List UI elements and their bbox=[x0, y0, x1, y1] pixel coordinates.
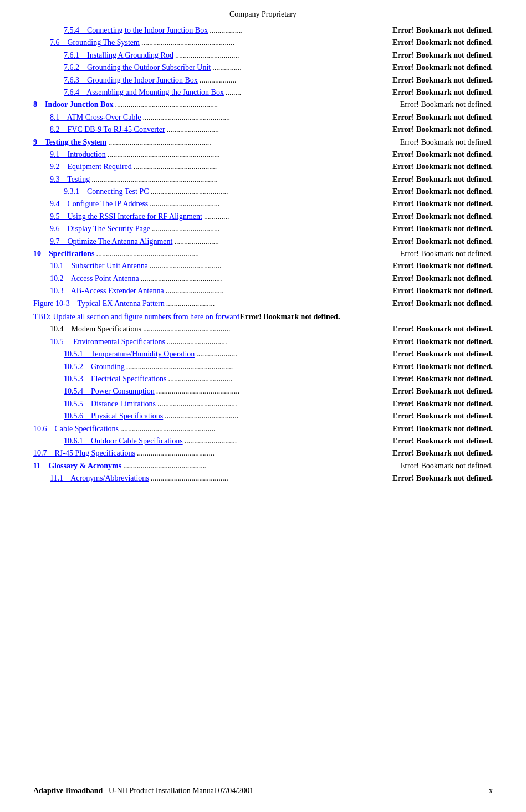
toc-link[interactable]: 9.4 Configure The IP Address bbox=[50, 200, 148, 208]
toc-link[interactable]: 9.3.1 Connecting Test PC bbox=[64, 187, 149, 196]
toc-dots: ........................................… bbox=[139, 273, 392, 285]
toc-dots: ........................................… bbox=[106, 149, 392, 161]
toc-error: Error! Bookmark not defined. bbox=[392, 223, 493, 235]
toc-link[interactable]: 8.2 FVC DB-9 To RJ-45 Converter bbox=[50, 125, 165, 134]
toc-link[interactable]: 8 Indoor Junction Box bbox=[33, 100, 113, 109]
toc-dots: ........................................ bbox=[149, 186, 392, 198]
page-footer: Adaptive Broadband U-NII Product Install… bbox=[0, 787, 526, 795]
toc-error: Error! Bookmark not defined. bbox=[392, 86, 493, 99]
toc-link[interactable]: 10 Specifications bbox=[33, 249, 94, 258]
toc-error: Error! Bookmark not defined. bbox=[392, 423, 493, 435]
toc-link[interactable]: 11.1 Acronyms/Abbreviations bbox=[50, 474, 149, 482]
toc-error: Error! Bookmark not defined. bbox=[400, 99, 493, 111]
toc-error: Error! Bookmark not defined. bbox=[392, 336, 493, 348]
toc-error: Error! Bookmark not defined. bbox=[392, 149, 493, 161]
toc-dots: ............. bbox=[202, 211, 392, 223]
toc-error: Error! Bookmark not defined. bbox=[392, 161, 493, 173]
toc-link[interactable]: 10.3 AB-Access Extender Antenna bbox=[50, 287, 164, 295]
toc-error: Error! Bookmark not defined. bbox=[392, 273, 493, 285]
toc-error: Error! Bookmark not defined. bbox=[392, 198, 493, 210]
toc-error: Error! Bookmark not defined. bbox=[392, 186, 493, 198]
toc-dots: ........................... bbox=[183, 435, 392, 447]
toc-link[interactable]: 9.1 Introduction bbox=[50, 150, 106, 159]
toc-entry: 10.4 Modem Specifications...............… bbox=[33, 323, 493, 335]
toc-entry: 10.5 Environmental Specifications.......… bbox=[33, 336, 493, 348]
toc-entry: 8 Indoor Junction Box...................… bbox=[33, 99, 493, 111]
toc-link[interactable]: 7.5.4 Connecting to the Indoor Junction … bbox=[64, 26, 208, 34]
toc-dots: ........................................… bbox=[141, 323, 392, 335]
toc-link[interactable]: 10.6 Cable Specifications bbox=[33, 425, 119, 433]
toc-entry: 9.6 Display The Security Page...........… bbox=[33, 223, 493, 235]
toc-link[interactable]: 7.6.2 Grounding the Outdoor Subscriber U… bbox=[64, 63, 211, 72]
toc-entry: 10.5.3 Electrical Specifications........… bbox=[33, 373, 493, 385]
toc-link[interactable]: 10.5.5 Distance Limitations bbox=[64, 400, 156, 408]
toc-link[interactable]: 7.6.4 Assembling and Mounting the Juncti… bbox=[64, 88, 224, 96]
toc-link[interactable]: 8.1 ATM Cross-Over Cable bbox=[50, 113, 141, 121]
toc-dots: ....................... bbox=[172, 236, 392, 248]
toc-error: Error! Bookmark not defined. bbox=[392, 285, 493, 297]
toc-link[interactable]: TBD: Update all section and figure numbe… bbox=[33, 311, 239, 323]
toc-dots: ........................................… bbox=[119, 423, 392, 435]
toc-error: Error! Bookmark not defined. bbox=[400, 460, 493, 472]
toc-error: Error! Bookmark not defined. bbox=[392, 211, 493, 223]
toc-link[interactable]: 10.5.1 Temperature/Humidity Operation bbox=[64, 350, 195, 358]
toc-entry: 10.5.2 Grounding........................… bbox=[33, 361, 493, 373]
toc-entry: 10.6 Cable Specifications...............… bbox=[33, 423, 493, 435]
toc-dots: ................................. bbox=[173, 49, 392, 62]
toc-entry: 10 Specifications.......................… bbox=[33, 248, 493, 260]
toc-dots: ........................................… bbox=[121, 460, 400, 472]
toc-dots: ................... bbox=[198, 74, 392, 86]
toc-entry: 10.5.4 Power Consumption................… bbox=[33, 385, 493, 397]
toc-dots: ........................................… bbox=[140, 37, 392, 49]
toc-link[interactable]: 11 Glossary & Acronyms bbox=[33, 462, 121, 470]
toc-error: Error! Bookmark not defined. bbox=[392, 435, 493, 447]
toc-link[interactable]: 10.5 Environmental Specifications bbox=[50, 338, 165, 346]
footer-brand: Adaptive Broadband U-NII Product Install… bbox=[33, 787, 253, 795]
toc-entry: 9.2 Equipment Required..................… bbox=[33, 161, 493, 173]
toc-link[interactable]: 10.5.3 Electrical Specifications bbox=[64, 375, 166, 383]
toc-link[interactable]: Figure 10-3 Typical EX Antenna Pattern bbox=[33, 299, 165, 308]
toc-link[interactable]: 9.2 Equipment Required bbox=[50, 162, 132, 171]
toc-dots: ..................... bbox=[195, 348, 392, 360]
toc-link[interactable]: 10.5.2 Grounding bbox=[64, 362, 125, 371]
toc-entry: 10.2 Access Point Antenna...............… bbox=[33, 273, 493, 285]
toc-link[interactable]: 9.3 Testing bbox=[50, 175, 90, 183]
toc-dots: .............................. bbox=[164, 285, 392, 297]
toc-link[interactable]: 7.6.1 Installing A Grounding Rod bbox=[64, 51, 173, 59]
toc-dots: ........................................ bbox=[149, 472, 392, 484]
toc-link[interactable]: 9.5 Using the RSSI Interface for RF Alig… bbox=[50, 212, 202, 221]
toc-dots: ..................................... bbox=[148, 260, 392, 272]
toc-link[interactable]: 9.7 Optimize The Antenna Alignment bbox=[50, 237, 172, 246]
toc-dots: ........................................… bbox=[113, 99, 400, 111]
toc-error: Error! Bookmark not defined. bbox=[392, 385, 493, 397]
toc-entry: 10.5.5 Distance Limitations.............… bbox=[33, 398, 493, 410]
footer-page: x bbox=[489, 787, 493, 795]
toc-link[interactable]: 7.6.3 Grounding the Indoor Junction Box bbox=[64, 76, 198, 84]
toc-link[interactable]: 10.7 RJ-45 Plug Specifications bbox=[33, 449, 135, 457]
toc-link[interactable]: 9.6 Display The Security Page bbox=[50, 224, 150, 233]
toc-link[interactable]: 10.5.6 Physical Specifications bbox=[64, 412, 163, 420]
toc-error: Error! Bookmark not defined. bbox=[392, 173, 493, 186]
toc-error: Error! Bookmark not defined. bbox=[392, 37, 493, 49]
toc-error: Error! Bookmark not defined. bbox=[400, 248, 493, 260]
page-container: Company Proprietary 7.5.4 Connecting to … bbox=[0, 0, 526, 812]
toc-error: Error! Bookmark not defined. bbox=[392, 447, 493, 459]
toc-link[interactable]: 10.1 Subscriber Unit Antenna bbox=[50, 262, 148, 270]
toc-entry: 7.6.1 Installing A Grounding Rod........… bbox=[33, 49, 493, 62]
toc-error: Error! Bookmark not defined. bbox=[392, 373, 493, 385]
toc-link[interactable]: 10.2 Access Point Antenna bbox=[50, 274, 139, 283]
toc-error: Error! Bookmark not defined. bbox=[392, 24, 493, 37]
toc-error: Error! Bookmark not defined. bbox=[392, 398, 493, 410]
toc-entry: 7.6 Grounding The System................… bbox=[33, 37, 493, 49]
toc-link[interactable]: 10.6.1 Outdoor Cable Specifications bbox=[64, 437, 183, 445]
toc-entry: 9.4 Configure The IP Address............… bbox=[33, 198, 493, 210]
toc-link[interactable]: 7.6 Grounding The System bbox=[50, 38, 140, 47]
toc-link[interactable]: 9 Testing the System bbox=[33, 138, 106, 146]
toc-error: Error! Bookmark not defined. bbox=[392, 124, 493, 136]
toc-entry: 9.3.1 Connecting Test PC................… bbox=[33, 186, 493, 198]
toc-error: Error! Bookmark not defined. bbox=[392, 298, 493, 310]
toc-dots: ............................... bbox=[165, 336, 392, 348]
toc-link[interactable]: 10.5.4 Power Consumption bbox=[64, 387, 155, 395]
toc-dots: ................................... bbox=[150, 223, 392, 235]
toc-error: Error! Bookmark not defined. bbox=[392, 410, 493, 422]
